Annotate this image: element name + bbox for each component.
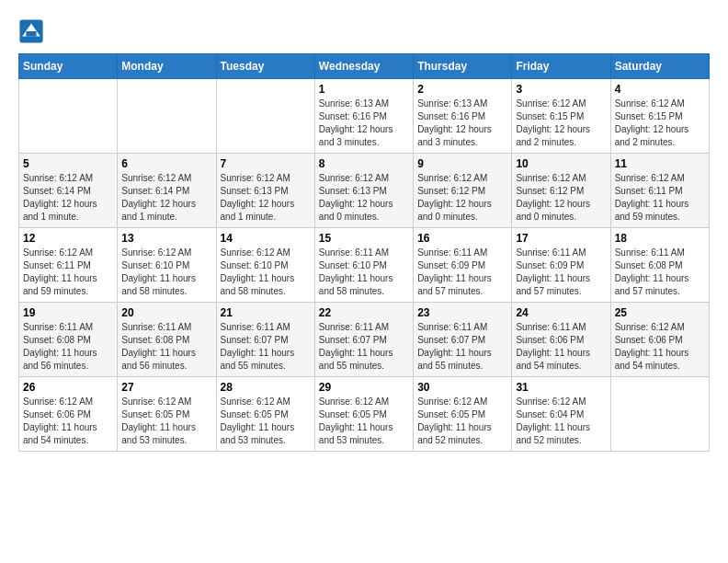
day-number: 4 <box>615 83 705 96</box>
day-number: 24 <box>516 306 606 319</box>
calendar-cell: 16Sunrise: 6:11 AM Sunset: 6:09 PM Dayli… <box>414 228 512 303</box>
day-info: Sunrise: 6:12 AM Sunset: 6:15 PM Dayligh… <box>516 98 606 149</box>
calendar-cell: 7Sunrise: 6:12 AM Sunset: 6:13 PM Daylig… <box>216 154 314 228</box>
day-number: 8 <box>319 157 409 170</box>
day-number: 28 <box>221 381 311 394</box>
calendar-cell: 10Sunrise: 6:12 AM Sunset: 6:12 PM Dayli… <box>512 154 610 228</box>
day-number: 3 <box>516 83 606 96</box>
calendar-cell: 23Sunrise: 6:11 AM Sunset: 6:07 PM Dayli… <box>414 303 512 377</box>
day-info: Sunrise: 6:12 AM Sunset: 6:13 PM Dayligh… <box>221 172 311 224</box>
calendar-cell: 14Sunrise: 6:12 AM Sunset: 6:10 PM Dayli… <box>216 228 314 303</box>
day-info: Sunrise: 6:12 AM Sunset: 6:05 PM Dayligh… <box>121 396 211 447</box>
day-info: Sunrise: 6:12 AM Sunset: 6:05 PM Dayligh… <box>319 396 409 447</box>
weekday-header: Saturday <box>610 54 709 79</box>
calendar-cell <box>118 79 216 154</box>
calendar-cell: 13Sunrise: 6:12 AM Sunset: 6:10 PM Dayli… <box>118 228 216 303</box>
day-info: Sunrise: 6:11 AM Sunset: 6:08 PM Dayligh… <box>121 321 211 373</box>
calendar-cell: 27Sunrise: 6:12 AM Sunset: 6:05 PM Dayli… <box>118 377 216 452</box>
weekday-header: Tuesday <box>216 54 314 79</box>
day-info: Sunrise: 6:12 AM Sunset: 6:11 PM Dayligh… <box>615 172 705 224</box>
day-number: 6 <box>121 157 211 170</box>
day-number: 23 <box>417 306 507 319</box>
day-info: Sunrise: 6:11 AM Sunset: 6:09 PM Dayligh… <box>516 247 606 298</box>
weekday-header: Friday <box>512 54 610 79</box>
day-info: Sunrise: 6:12 AM Sunset: 6:15 PM Dayligh… <box>615 98 705 149</box>
day-number: 21 <box>221 306 311 319</box>
calendar-cell <box>610 377 709 452</box>
weekday-header: Wednesday <box>314 54 413 79</box>
calendar-cell: 5Sunrise: 6:12 AM Sunset: 6:14 PM Daylig… <box>19 154 118 228</box>
calendar-cell: 15Sunrise: 6:11 AM Sunset: 6:10 PM Dayli… <box>314 228 413 303</box>
calendar-cell: 18Sunrise: 6:11 AM Sunset: 6:08 PM Dayli… <box>610 228 709 303</box>
weekday-header: Monday <box>118 54 216 79</box>
day-number: 16 <box>417 232 507 245</box>
logo-icon <box>18 18 44 44</box>
calendar-cell: 26Sunrise: 6:12 AM Sunset: 6:06 PM Dayli… <box>19 377 118 452</box>
calendar-body: 1Sunrise: 6:13 AM Sunset: 6:16 PM Daylig… <box>19 79 710 452</box>
day-info: Sunrise: 6:13 AM Sunset: 6:16 PM Dayligh… <box>319 98 409 149</box>
day-info: Sunrise: 6:12 AM Sunset: 6:12 PM Dayligh… <box>417 172 507 224</box>
day-number: 20 <box>121 306 211 319</box>
calendar-cell: 28Sunrise: 6:12 AM Sunset: 6:05 PM Dayli… <box>216 377 314 452</box>
calendar-week: 12Sunrise: 6:12 AM Sunset: 6:11 PM Dayli… <box>19 228 710 303</box>
day-info: Sunrise: 6:11 AM Sunset: 6:07 PM Dayligh… <box>417 321 507 373</box>
day-info: Sunrise: 6:12 AM Sunset: 6:11 PM Dayligh… <box>23 247 113 298</box>
day-number: 5 <box>23 157 113 170</box>
day-number: 10 <box>516 157 606 170</box>
calendar-cell: 6Sunrise: 6:12 AM Sunset: 6:14 PM Daylig… <box>118 154 216 228</box>
calendar-cell: 4Sunrise: 6:12 AM Sunset: 6:15 PM Daylig… <box>610 79 709 154</box>
day-number: 22 <box>319 306 409 319</box>
day-info: Sunrise: 6:12 AM Sunset: 6:13 PM Dayligh… <box>319 172 409 224</box>
calendar-week: 5Sunrise: 6:12 AM Sunset: 6:14 PM Daylig… <box>19 154 710 228</box>
calendar-header: SundayMondayTuesdayWednesdayThursdayFrid… <box>19 54 710 79</box>
day-number: 27 <box>121 381 211 394</box>
calendar-cell: 24Sunrise: 6:11 AM Sunset: 6:06 PM Dayli… <box>512 303 610 377</box>
calendar-week: 1Sunrise: 6:13 AM Sunset: 6:16 PM Daylig… <box>19 79 710 154</box>
calendar-cell <box>216 79 314 154</box>
day-number: 2 <box>417 83 507 96</box>
day-number: 13 <box>121 232 211 245</box>
weekday-header: Thursday <box>414 54 512 79</box>
calendar-cell: 3Sunrise: 6:12 AM Sunset: 6:15 PM Daylig… <box>512 79 610 154</box>
day-number: 11 <box>615 157 705 170</box>
day-number: 25 <box>615 306 705 319</box>
calendar-cell: 8Sunrise: 6:12 AM Sunset: 6:13 PM Daylig… <box>314 154 413 228</box>
day-number: 7 <box>221 157 311 170</box>
day-number: 26 <box>23 381 113 394</box>
logo <box>18 18 48 44</box>
calendar-cell: 9Sunrise: 6:12 AM Sunset: 6:12 PM Daylig… <box>414 154 512 228</box>
header-row: SundayMondayTuesdayWednesdayThursdayFrid… <box>19 54 710 79</box>
day-number: 19 <box>23 306 113 319</box>
day-info: Sunrise: 6:12 AM Sunset: 6:05 PM Dayligh… <box>221 396 311 447</box>
day-number: 18 <box>615 232 705 245</box>
day-info: Sunrise: 6:12 AM Sunset: 6:14 PM Dayligh… <box>23 172 113 224</box>
day-info: Sunrise: 6:12 AM Sunset: 6:14 PM Dayligh… <box>121 172 211 224</box>
day-info: Sunrise: 6:11 AM Sunset: 6:09 PM Dayligh… <box>417 247 507 298</box>
day-info: Sunrise: 6:11 AM Sunset: 6:08 PM Dayligh… <box>615 247 705 298</box>
calendar-cell: 19Sunrise: 6:11 AM Sunset: 6:08 PM Dayli… <box>19 303 118 377</box>
calendar-cell: 29Sunrise: 6:12 AM Sunset: 6:05 PM Dayli… <box>314 377 413 452</box>
day-info: Sunrise: 6:12 AM Sunset: 6:10 PM Dayligh… <box>221 247 311 298</box>
day-number: 12 <box>23 232 113 245</box>
calendar-cell: 1Sunrise: 6:13 AM Sunset: 6:16 PM Daylig… <box>314 79 413 154</box>
day-number: 17 <box>516 232 606 245</box>
day-info: Sunrise: 6:12 AM Sunset: 6:10 PM Dayligh… <box>121 247 211 298</box>
weekday-header: Sunday <box>19 54 118 79</box>
calendar-cell: 31Sunrise: 6:12 AM Sunset: 6:04 PM Dayli… <box>512 377 610 452</box>
day-number: 29 <box>319 381 409 394</box>
day-info: Sunrise: 6:12 AM Sunset: 6:12 PM Dayligh… <box>516 172 606 224</box>
calendar-table: SundayMondayTuesdayWednesdayThursdayFrid… <box>18 53 710 452</box>
calendar-cell <box>19 79 118 154</box>
day-info: Sunrise: 6:11 AM Sunset: 6:07 PM Dayligh… <box>319 321 409 373</box>
calendar-cell: 12Sunrise: 6:12 AM Sunset: 6:11 PM Dayli… <box>19 228 118 303</box>
svg-rect-2 <box>26 31 36 37</box>
calendar-cell: 21Sunrise: 6:11 AM Sunset: 6:07 PM Dayli… <box>216 303 314 377</box>
calendar-cell: 20Sunrise: 6:11 AM Sunset: 6:08 PM Dayli… <box>118 303 216 377</box>
day-info: Sunrise: 6:11 AM Sunset: 6:07 PM Dayligh… <box>221 321 311 373</box>
day-info: Sunrise: 6:12 AM Sunset: 6:04 PM Dayligh… <box>516 396 606 447</box>
day-info: Sunrise: 6:11 AM Sunset: 6:06 PM Dayligh… <box>516 321 606 373</box>
calendar-cell: 22Sunrise: 6:11 AM Sunset: 6:07 PM Dayli… <box>314 303 413 377</box>
calendar-cell: 30Sunrise: 6:12 AM Sunset: 6:05 PM Dayli… <box>414 377 512 452</box>
page-header <box>18 18 710 44</box>
day-number: 14 <box>221 232 311 245</box>
